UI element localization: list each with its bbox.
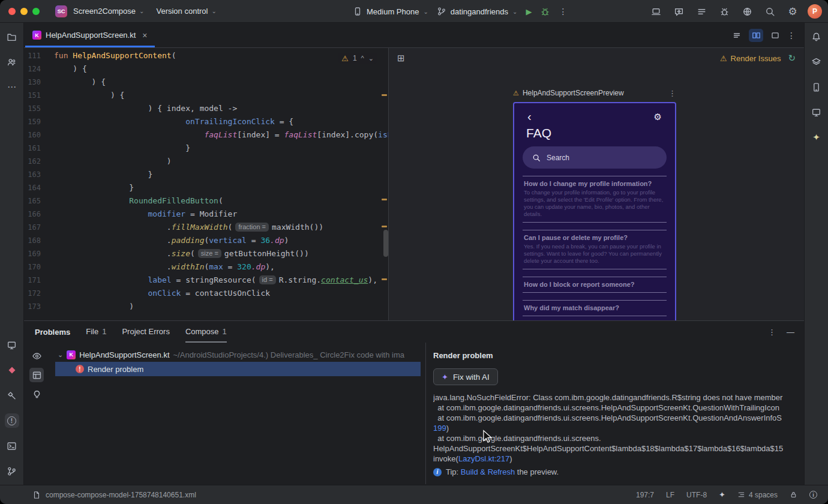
version-control-icon[interactable] [5, 464, 19, 478]
problems-error-node[interactable]: ! Render problem [55, 362, 421, 376]
code-line[interactable]: 130 ) { [24, 76, 388, 89]
settings-gear-icon[interactable]: ⚙ [654, 112, 662, 121]
quick-fix-bulb-icon[interactable] [29, 387, 44, 401]
line-number[interactable]: 172 [24, 287, 50, 300]
editor-tab[interactable]: K HelpAndSupportScreen.kt × [25, 23, 155, 47]
code-view-icon[interactable] [730, 29, 744, 42]
line-number[interactable]: 124 [24, 62, 50, 76]
code-line[interactable]: 170 .widthIn(max = 320.dp), [24, 260, 388, 274]
device-mirroring-icon[interactable] [648, 4, 664, 19]
line-number[interactable]: 151 [24, 89, 50, 102]
pull-requests-icon[interactable] [5, 55, 19, 69]
problems-tab-compose[interactable]: Compose1 [185, 321, 227, 343]
faq-item[interactable]: Can I pause or delete my profile?Yes. If… [523, 230, 667, 269]
code-line[interactable]: 159 onTrailingIconClick = { [24, 115, 388, 128]
line-number[interactable]: 163 [24, 168, 50, 181]
code-line[interactable]: 164 } [24, 181, 388, 194]
line-number[interactable]: 169 [24, 247, 50, 260]
terminal-icon[interactable] [5, 439, 19, 453]
line-number[interactable]: 171 [24, 274, 50, 287]
inspections-widget[interactable]: ⚠ 1 ^ ⌄ [338, 53, 377, 64]
encoding-widget[interactable]: UTF-8 [686, 491, 707, 499]
branch-selector[interactable]: datingandfriends ⌄ [437, 7, 518, 16]
line-number[interactable]: 165 [24, 194, 50, 208]
layers-icon[interactable] [809, 55, 824, 69]
split-view-icon[interactable] [749, 29, 763, 42]
code-line[interactable]: 111fun HelpAndSupportContent( [24, 49, 388, 62]
minimize-window-button[interactable] [20, 8, 28, 15]
faq-search-bar[interactable]: Search [523, 146, 667, 169]
stack-trace-link[interactable]: 199 [433, 424, 446, 433]
line-number[interactable]: 155 [24, 102, 50, 115]
app-quality-insights-icon[interactable] [5, 363, 19, 377]
line-number[interactable]: 166 [24, 208, 50, 221]
tool-window-options-icon[interactable]: ⋮ [768, 328, 776, 337]
faq-item[interactable]: Why did my match disappear? [523, 300, 667, 316]
version-control-menu[interactable]: Version control ⌄ [150, 4, 222, 18]
code-line[interactable]: 165 RoundedFilledButton( [24, 194, 388, 208]
code-line[interactable]: 166 modifier = Modifier [24, 208, 388, 221]
code-editor[interactable]: 111fun HelpAndSupportContent(124 ) {130 … [24, 48, 389, 320]
line-number[interactable]: 167 [24, 221, 50, 234]
previous-issue-button[interactable]: ^ [361, 55, 364, 62]
warning-stripe-mark[interactable] [382, 278, 387, 280]
next-issue-button[interactable]: ⌄ [368, 55, 374, 62]
stack-trace-link[interactable]: LazyDsl.kt:217 [458, 454, 509, 463]
problems-tab-project-errors[interactable]: Project Errors [122, 321, 169, 343]
gemini-icon[interactable]: ✦ [809, 130, 824, 145]
project-menu[interactable]: Screen2Compose ⌄ [67, 4, 150, 18]
code-line[interactable]: 151 ) { [24, 89, 388, 102]
problems-tab-file[interactable]: File1 [86, 321, 106, 343]
line-number[interactable]: 170 [24, 260, 50, 274]
line-number[interactable]: 168 [24, 234, 50, 247]
line-number[interactable]: 160 [24, 128, 50, 142]
problems-tool-icon[interactable]: ! [5, 413, 19, 428]
code-line[interactable]: 169 .size(size =getButtonHeight()) [24, 247, 388, 260]
build-refresh-link[interactable]: Build & Refresh [461, 467, 515, 476]
project-tool-icon[interactable] [5, 29, 19, 44]
refresh-preview-icon[interactable]: ↻ [788, 53, 796, 64]
device-manager-icon[interactable] [809, 80, 824, 94]
problems-file-node[interactable]: ⌄ K HelpAndSupportScreen.kt ~/AndroidStu… [55, 347, 421, 362]
device-selector[interactable]: Medium Phone ⌄ [353, 7, 428, 16]
chevron-down-icon[interactable]: ⌄ [58, 351, 63, 359]
editor-scrollbar[interactable] [383, 230, 388, 257]
build-icon[interactable] [5, 388, 19, 403]
settings-icon[interactable]: ⚙ [785, 4, 800, 19]
line-separator-widget[interactable]: LF [666, 491, 674, 499]
code-line[interactable]: 162 ) [24, 155, 388, 168]
code-line[interactable]: 167 .fillMaxWidth(fraction =maxWidth()) [24, 221, 388, 234]
bug-report-icon[interactable] [716, 4, 732, 19]
warning-stripe-mark[interactable] [382, 94, 387, 96]
code-line[interactable]: 163 } [24, 168, 388, 181]
line-number[interactable]: 162 [24, 155, 50, 168]
logcat-icon[interactable] [5, 338, 19, 352]
user-avatar[interactable]: P [808, 4, 822, 19]
lock-icon[interactable] [790, 491, 797, 499]
preview-card[interactable]: ⚠ HelpAndSupportScreenPreview ⋮ ‹ ⚙ FAQ [513, 86, 676, 320]
code-line[interactable]: 173 ) [24, 300, 388, 313]
design-view-icon[interactable] [768, 29, 782, 42]
gemini-status-icon[interactable]: ✦ [719, 490, 725, 499]
code-line[interactable]: 161 } [24, 142, 388, 155]
line-number[interactable]: 111 [24, 49, 50, 62]
line-number[interactable]: 159 [24, 115, 50, 128]
line-number[interactable]: 130 [24, 76, 50, 89]
notifications-icon[interactable] [809, 29, 824, 44]
indent-widget[interactable]: 4 spaces [737, 491, 778, 499]
code-line[interactable]: 155 ) { index, model -> [24, 102, 388, 115]
warning-stripe-mark[interactable] [382, 199, 387, 200]
statusbar-file-widget[interactable]: compose-compose-model-1758748140651.xml [32, 491, 196, 499]
show-details-panel-icon[interactable] [29, 368, 44, 382]
caret-position-widget[interactable]: 197:7 [636, 491, 654, 499]
code-line[interactable]: 124 ) { [24, 62, 388, 76]
back-icon[interactable]: ‹ [527, 110, 532, 122]
fix-with-ai-button[interactable]: ✦ Fix with AI [433, 368, 498, 385]
more-options-icon[interactable]: ⋮ [787, 31, 796, 40]
task-list-icon[interactable] [694, 4, 709, 19]
indicator-icon[interactable]: i [809, 491, 817, 499]
warning-stripe-mark[interactable] [382, 226, 387, 227]
debug-button[interactable] [540, 7, 550, 17]
search-icon[interactable] [762, 4, 778, 19]
render-issues-button[interactable]: ⚠ Render Issues [720, 54, 781, 63]
